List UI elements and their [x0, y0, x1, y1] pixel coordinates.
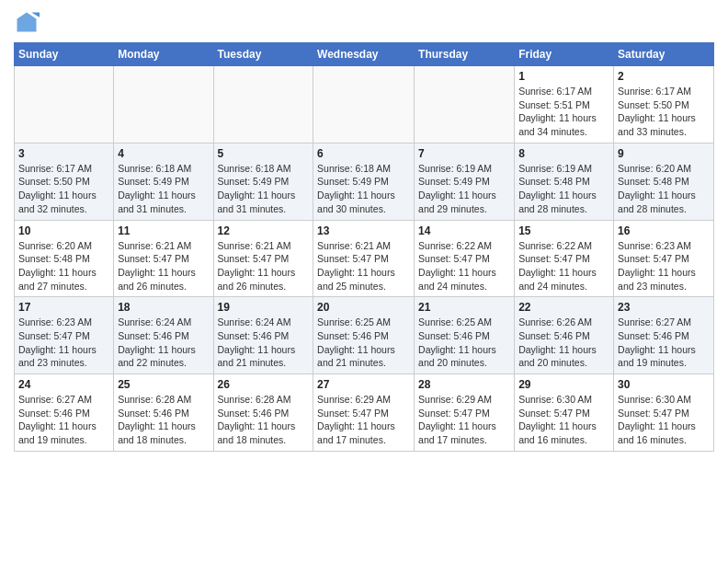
day-info: Sunrise: 6:21 AM Sunset: 5:47 PM Dayligh… — [218, 239, 310, 293]
day-info: Sunrise: 6:19 AM Sunset: 5:48 PM Dayligh… — [518, 162, 609, 216]
day-header: Thursday — [415, 43, 515, 66]
day-info: Sunrise: 6:24 AM Sunset: 5:46 PM Dayligh… — [118, 316, 209, 370]
calendar-week-row: 17Sunrise: 6:23 AM Sunset: 5:47 PM Dayli… — [15, 297, 714, 374]
day-info: Sunrise: 6:17 AM Sunset: 5:51 PM Dayligh… — [518, 85, 609, 139]
day-header: Friday — [515, 43, 614, 66]
day-info: Sunrise: 6:23 AM Sunset: 5:47 PM Dayligh… — [618, 239, 710, 293]
day-number: 17 — [18, 301, 109, 314]
calendar-cell — [313, 66, 415, 144]
calendar-cell: 3Sunrise: 6:17 AM Sunset: 5:50 PM Daylig… — [15, 143, 114, 220]
calendar-cell: 4Sunrise: 6:18 AM Sunset: 5:49 PM Daylig… — [114, 143, 213, 220]
calendar-cell: 6Sunrise: 6:18 AM Sunset: 5:49 PM Daylig… — [313, 143, 415, 220]
day-number: 28 — [418, 378, 510, 391]
calendar-cell: 20Sunrise: 6:25 AM Sunset: 5:46 PM Dayli… — [313, 297, 415, 374]
calendar-cell: 28Sunrise: 6:29 AM Sunset: 5:47 PM Dayli… — [415, 374, 515, 452]
day-info: Sunrise: 6:30 AM Sunset: 5:47 PM Dayligh… — [618, 393, 710, 447]
day-number: 9 — [618, 147, 710, 160]
day-number: 13 — [317, 224, 410, 237]
day-number: 23 — [618, 301, 710, 314]
day-info: Sunrise: 6:18 AM Sunset: 5:49 PM Dayligh… — [317, 162, 410, 216]
day-number: 24 — [18, 378, 109, 391]
logo — [14, 9, 43, 35]
calendar-cell: 12Sunrise: 6:21 AM Sunset: 5:47 PM Dayli… — [213, 220, 313, 297]
calendar-cell: 24Sunrise: 6:27 AM Sunset: 5:46 PM Dayli… — [15, 374, 114, 452]
day-number: 12 — [218, 224, 310, 237]
day-number: 1 — [518, 70, 609, 83]
day-number: 15 — [518, 224, 609, 237]
calendar-cell — [415, 66, 515, 144]
day-number: 10 — [18, 224, 109, 237]
day-info: Sunrise: 6:21 AM Sunset: 5:47 PM Dayligh… — [118, 239, 209, 293]
calendar: SundayMondayTuesdayWednesdayThursdayFrid… — [14, 42, 714, 452]
day-info: Sunrise: 6:27 AM Sunset: 5:46 PM Dayligh… — [618, 316, 710, 370]
day-info: Sunrise: 6:22 AM Sunset: 5:47 PM Dayligh… — [518, 239, 609, 293]
logo-icon — [14, 9, 40, 35]
day-number: 6 — [317, 147, 410, 160]
calendar-cell: 19Sunrise: 6:24 AM Sunset: 5:46 PM Dayli… — [213, 297, 313, 374]
day-number: 26 — [218, 378, 310, 391]
day-info: Sunrise: 6:28 AM Sunset: 5:46 PM Dayligh… — [118, 393, 209, 447]
day-header: Tuesday — [213, 43, 313, 66]
calendar-cell: 23Sunrise: 6:27 AM Sunset: 5:46 PM Dayli… — [614, 297, 714, 374]
calendar-cell: 9Sunrise: 6:20 AM Sunset: 5:48 PM Daylig… — [614, 143, 714, 220]
day-number: 18 — [118, 301, 209, 314]
day-info: Sunrise: 6:17 AM Sunset: 5:50 PM Dayligh… — [18, 162, 109, 216]
day-header: Saturday — [614, 43, 714, 66]
day-info: Sunrise: 6:27 AM Sunset: 5:46 PM Dayligh… — [18, 393, 109, 447]
calendar-cell: 29Sunrise: 6:30 AM Sunset: 5:47 PM Dayli… — [515, 374, 614, 452]
day-info: Sunrise: 6:17 AM Sunset: 5:50 PM Dayligh… — [618, 85, 710, 139]
svg-marker-0 — [17, 13, 37, 32]
day-number: 27 — [317, 378, 410, 391]
calendar-cell — [15, 66, 114, 144]
day-number: 25 — [118, 378, 209, 391]
day-info: Sunrise: 6:26 AM Sunset: 5:46 PM Dayligh… — [518, 316, 609, 370]
calendar-cell: 18Sunrise: 6:24 AM Sunset: 5:46 PM Dayli… — [114, 297, 213, 374]
day-info: Sunrise: 6:29 AM Sunset: 5:47 PM Dayligh… — [418, 393, 510, 447]
day-number: 8 — [518, 147, 609, 160]
day-info: Sunrise: 6:29 AM Sunset: 5:47 PM Dayligh… — [317, 393, 410, 447]
day-header: Sunday — [15, 43, 114, 66]
calendar-cell: 7Sunrise: 6:19 AM Sunset: 5:49 PM Daylig… — [415, 143, 515, 220]
day-number: 11 — [118, 224, 209, 237]
day-info: Sunrise: 6:19 AM Sunset: 5:49 PM Dayligh… — [418, 162, 510, 216]
day-info: Sunrise: 6:20 AM Sunset: 5:48 PM Dayligh… — [618, 162, 710, 216]
calendar-cell: 17Sunrise: 6:23 AM Sunset: 5:47 PM Dayli… — [15, 297, 114, 374]
calendar-cell — [114, 66, 213, 144]
calendar-cell: 22Sunrise: 6:26 AM Sunset: 5:46 PM Dayli… — [515, 297, 614, 374]
day-info: Sunrise: 6:22 AM Sunset: 5:47 PM Dayligh… — [418, 239, 510, 293]
day-info: Sunrise: 6:24 AM Sunset: 5:46 PM Dayligh… — [218, 316, 310, 370]
day-number: 20 — [317, 301, 410, 314]
calendar-week-row: 24Sunrise: 6:27 AM Sunset: 5:46 PM Dayli… — [15, 374, 714, 452]
calendar-cell: 5Sunrise: 6:18 AM Sunset: 5:49 PM Daylig… — [213, 143, 313, 220]
calendar-cell — [213, 66, 313, 144]
day-info: Sunrise: 6:21 AM Sunset: 5:47 PM Dayligh… — [317, 239, 410, 293]
day-header: Wednesday — [313, 43, 415, 66]
calendar-header-row: SundayMondayTuesdayWednesdayThursdayFrid… — [15, 43, 714, 66]
day-number: 30 — [618, 378, 710, 391]
calendar-cell: 10Sunrise: 6:20 AM Sunset: 5:48 PM Dayli… — [15, 220, 114, 297]
calendar-cell: 15Sunrise: 6:22 AM Sunset: 5:47 PM Dayli… — [515, 220, 614, 297]
day-info: Sunrise: 6:18 AM Sunset: 5:49 PM Dayligh… — [218, 162, 310, 216]
day-number: 21 — [418, 301, 510, 314]
day-number: 5 — [218, 147, 310, 160]
day-number: 22 — [518, 301, 609, 314]
day-number: 2 — [618, 70, 710, 83]
calendar-cell: 13Sunrise: 6:21 AM Sunset: 5:47 PM Dayli… — [313, 220, 415, 297]
day-info: Sunrise: 6:25 AM Sunset: 5:46 PM Dayligh… — [418, 316, 510, 370]
calendar-cell: 14Sunrise: 6:22 AM Sunset: 5:47 PM Dayli… — [415, 220, 515, 297]
calendar-cell: 30Sunrise: 6:30 AM Sunset: 5:47 PM Dayli… — [614, 374, 714, 452]
calendar-cell: 27Sunrise: 6:29 AM Sunset: 5:47 PM Dayli… — [313, 374, 415, 452]
day-info: Sunrise: 6:30 AM Sunset: 5:47 PM Dayligh… — [518, 393, 609, 447]
day-number: 29 — [518, 378, 609, 391]
day-info: Sunrise: 6:23 AM Sunset: 5:47 PM Dayligh… — [18, 316, 109, 370]
calendar-cell: 26Sunrise: 6:28 AM Sunset: 5:46 PM Dayli… — [213, 374, 313, 452]
day-info: Sunrise: 6:18 AM Sunset: 5:49 PM Dayligh… — [118, 162, 209, 216]
day-number: 19 — [218, 301, 310, 314]
day-header: Monday — [114, 43, 213, 66]
calendar-week-row: 10Sunrise: 6:20 AM Sunset: 5:48 PM Dayli… — [15, 220, 714, 297]
header — [14, 9, 714, 35]
day-number: 3 — [18, 147, 109, 160]
day-info: Sunrise: 6:28 AM Sunset: 5:46 PM Dayligh… — [218, 393, 310, 447]
calendar-cell: 16Sunrise: 6:23 AM Sunset: 5:47 PM Dayli… — [614, 220, 714, 297]
day-number: 7 — [418, 147, 510, 160]
